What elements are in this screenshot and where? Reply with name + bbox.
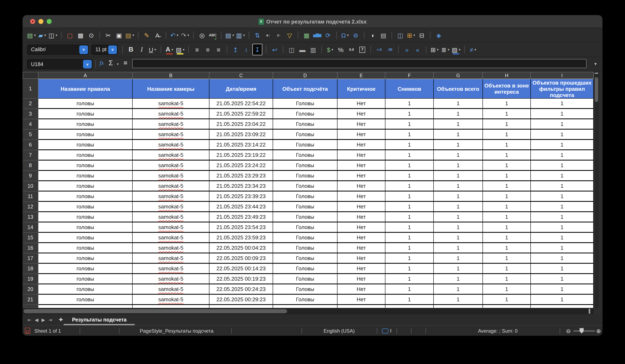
cell[interactable]: 1 xyxy=(483,202,531,212)
zoom-slider-track[interactable] xyxy=(573,331,595,331)
underline-icon[interactable]: U▾ xyxy=(148,44,157,55)
cell[interactable]: головы xyxy=(38,264,133,274)
cell[interactable]: samokat-5 xyxy=(133,243,209,253)
cell[interactable]: 1 xyxy=(385,150,434,161)
cell[interactable]: головы xyxy=(38,192,133,202)
name-box[interactable]: U184 v xyxy=(27,59,93,69)
cell[interactable]: головы xyxy=(38,150,133,161)
format-as-currency-dropdown-icon[interactable]: ▾ xyxy=(332,48,333,51)
cell[interactable]: 1 xyxy=(483,274,531,284)
cell[interactable]: головы xyxy=(38,295,133,305)
cell[interactable]: samokat-5 xyxy=(133,233,209,243)
cell[interactable]: Нет xyxy=(338,119,385,130)
cell[interactable]: samokat-5 xyxy=(133,140,209,150)
cell[interactable] xyxy=(38,305,133,308)
close-window-button[interactable] xyxy=(30,19,35,24)
row-header[interactable]: 4 xyxy=(23,119,38,130)
cell[interactable]: 1 xyxy=(434,284,483,295)
cell[interactable]: 1 xyxy=(434,99,483,109)
merge-cells-icon[interactable]: ▬ xyxy=(298,44,307,55)
cell[interactable]: головы xyxy=(38,171,133,181)
split-window-icon[interactable]: ⊟ xyxy=(417,30,426,40)
cell[interactable]: Нет xyxy=(338,284,385,295)
column-header-e[interactable]: E xyxy=(338,72,385,79)
function-wizard-icon[interactable]: fx xyxy=(99,60,104,66)
first-sheet-icon[interactable]: ⇤ xyxy=(28,317,31,323)
cell[interactable]: Головы xyxy=(273,243,338,253)
conditional-formatting-dropdown-icon[interactable]: ▾ xyxy=(474,48,476,51)
font-size-dropdown-icon[interactable]: v xyxy=(108,45,117,54)
autosum-icon[interactable]: Σ xyxy=(109,59,113,67)
cell[interactable]: samokat-5 xyxy=(133,202,209,212)
row-header[interactable]: 18 xyxy=(23,264,38,274)
unmerge-cells-icon[interactable]: ▥ xyxy=(309,44,318,55)
cell[interactable]: Головы xyxy=(273,161,338,171)
cell[interactable]: 1 xyxy=(434,140,483,150)
cell[interactable]: Объектов прошедших фильтры правил подсче… xyxy=(531,79,594,99)
cell[interactable]: Снимков xyxy=(385,79,434,99)
row-header[interactable]: 10 xyxy=(23,181,38,192)
cell[interactable]: 1 xyxy=(483,233,531,243)
cell[interactable]: 1 xyxy=(531,233,594,243)
cell[interactable]: 21.05.2025 23:54:23 xyxy=(209,223,273,233)
find-and-replace-icon[interactable]: ◎ xyxy=(197,30,207,40)
cell[interactable]: samokat-5 xyxy=(133,223,209,233)
cell[interactable]: 1 xyxy=(434,253,483,264)
cell[interactable]: 1 xyxy=(434,150,483,161)
cell[interactable]: Головы xyxy=(273,233,338,243)
cell[interactable]: 1 xyxy=(483,253,531,264)
cell[interactable]: 1 xyxy=(483,150,531,161)
background-color-icon[interactable]: ▨▾ xyxy=(451,44,461,55)
format-as-currency-icon[interactable]: $▾ xyxy=(325,44,335,55)
cell[interactable]: 22.05.2025 00:24:23 xyxy=(209,284,273,295)
row-header[interactable]: 15 xyxy=(23,233,38,243)
cell[interactable]: 1 xyxy=(385,284,434,295)
zoom-slider-thumb[interactable] xyxy=(580,328,584,334)
column-header-i[interactable]: I xyxy=(531,72,594,79)
horizontal-split-handle[interactable] xyxy=(589,309,590,314)
cell[interactable]: 1 xyxy=(483,264,531,274)
cell[interactable]: 1 xyxy=(385,109,434,119)
cell[interactable]: samokat-5 xyxy=(133,109,209,119)
cell[interactable]: 1 xyxy=(434,181,483,192)
wrap-text-icon[interactable]: ↩ xyxy=(270,44,279,55)
cell[interactable]: Критичное xyxy=(338,79,385,99)
center-vertically-icon[interactable]: ↕ xyxy=(242,44,251,55)
select-all-corner[interactable] xyxy=(23,72,38,79)
cell[interactable]: Головы xyxy=(273,140,338,150)
cell[interactable]: 22.05.2025 00:19:23 xyxy=(209,274,273,284)
highlighting-color-icon[interactable]: ▧▾ xyxy=(176,44,185,55)
freeze-rows-and-columns-icon[interactable]: ⊞▾ xyxy=(406,30,416,40)
cell[interactable]: 1 xyxy=(385,161,434,171)
last-sheet-icon[interactable]: ⇥ xyxy=(48,317,52,323)
cell[interactable]: Нет xyxy=(338,202,385,212)
insert-hyperlink-icon[interactable]: ⊚ xyxy=(351,30,360,40)
cell[interactable]: 1 xyxy=(434,274,483,284)
font-color-icon[interactable]: A▾ xyxy=(165,44,174,55)
cell[interactable]: 1 xyxy=(531,181,594,192)
cell[interactable]: головы xyxy=(38,109,133,119)
cell[interactable]: Нет xyxy=(338,130,385,140)
cell[interactable]: 1 xyxy=(483,192,531,202)
cell[interactable]: Нет xyxy=(338,212,385,223)
column-header-c[interactable]: C xyxy=(209,72,273,79)
align-center-icon[interactable]: ≡ xyxy=(203,44,212,55)
cell[interactable]: головы xyxy=(38,243,133,253)
minimize-window-button[interactable] xyxy=(38,19,43,24)
cell[interactable]: 22.05.2025 00:29:23 xyxy=(209,295,273,305)
align-bottom-icon[interactable]: ↧ xyxy=(252,44,262,55)
format-as-date-icon[interactable]: 7 xyxy=(358,44,367,55)
cell[interactable] xyxy=(483,305,531,308)
horizontal-scrollbar[interactable] xyxy=(23,308,594,314)
cell[interactable]: головы xyxy=(38,140,133,150)
cell[interactable]: 21.05.2025 23:09:22 xyxy=(209,130,273,140)
cell[interactable]: samokat-5 xyxy=(133,150,209,161)
paste-icon[interactable]: ▤▾ xyxy=(125,30,134,40)
cell[interactable] xyxy=(273,305,338,308)
column-header-a[interactable]: A xyxy=(38,72,133,79)
row-header[interactable]: 7 xyxy=(23,150,38,161)
cell[interactable]: 1 xyxy=(531,253,594,264)
vertical-scrollbar-thumb[interactable] xyxy=(595,77,598,102)
delete-decimal-place-icon[interactable]: .00 xyxy=(385,44,395,55)
show-draw-functions-icon[interactable]: ◈ xyxy=(434,30,443,40)
